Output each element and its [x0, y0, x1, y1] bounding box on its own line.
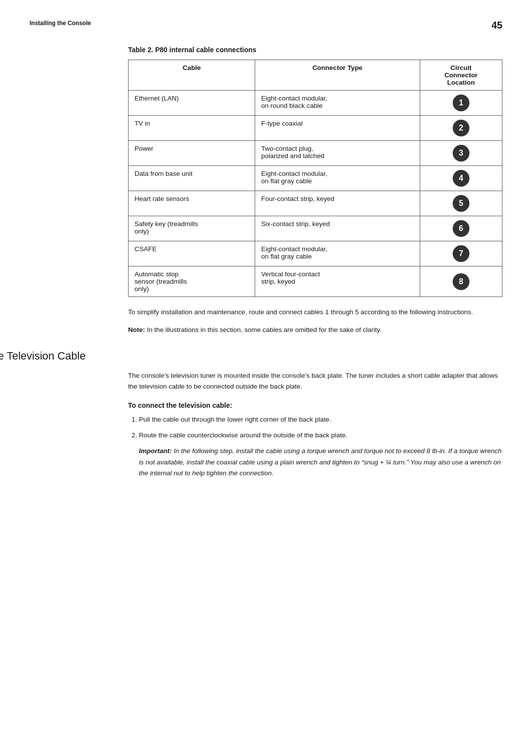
section-heading: Connecting the Television Cable [0, 350, 502, 362]
note-label: Note: [128, 326, 145, 333]
circuit-number-badge: 4 [453, 170, 469, 187]
cell-circuit-badge: 5 [420, 191, 502, 216]
circuit-number-badge: 2 [453, 120, 469, 136]
table-row: Heart rate sensorsFour-contact strip, ke… [129, 191, 502, 216]
cell-cable: Ethernet (LAN) [129, 91, 255, 116]
cell-circuit-badge: 7 [420, 241, 502, 266]
step-2: Route the cable counterclockwise around … [139, 430, 502, 479]
cell-cable: Safety key (treadmills only) [129, 216, 255, 241]
cell-cable: CSAFE [129, 241, 255, 266]
table-row: Safety key (treadmills only)Six-contact … [129, 216, 502, 241]
cell-circuit-badge: 3 [420, 141, 502, 166]
cell-circuit-badge: 8 [420, 266, 502, 297]
circuit-number-badge: 7 [453, 245, 469, 262]
note-text: Note: In the illustrations in this secti… [128, 325, 502, 335]
cell-connector-type: F-type coaxial [255, 116, 420, 141]
cable-table: Cable Connector Type CircuitConnectorLoc… [128, 60, 502, 297]
cell-connector-type: Six-contact strip, keyed [255, 216, 420, 241]
procedure-heading: To connect the television cable: [128, 401, 502, 409]
circuit-number-badge: 5 [453, 195, 469, 212]
table-row: CSAFEEight-contact modular, on flat gray… [129, 241, 502, 266]
important-body: In the following step, install the cable… [139, 447, 501, 477]
table-row: Ethernet (LAN)Eight-contact modular, on … [129, 91, 502, 116]
cell-cable: Data from base unit [129, 166, 255, 191]
col-header-connector-type: Connector Type [255, 60, 420, 91]
cell-circuit-badge: 6 [420, 216, 502, 241]
table-row: Automatic stop sensor (treadmills only)V… [129, 266, 502, 297]
circuit-number-badge: 8 [453, 273, 469, 290]
step-1: Pull the cable out through the lower rig… [139, 414, 502, 425]
paragraph1: To simplify installation and maintenance… [128, 307, 502, 318]
cell-cable: TV in [129, 116, 255, 141]
important-label: Important: [139, 447, 172, 455]
table-title: Table 2. P80 internal cable connections [128, 46, 502, 54]
important-note: Important: In the following step, instal… [139, 446, 502, 479]
cell-connector-type: Eight-contact modular, on flat gray cabl… [255, 166, 420, 191]
cell-circuit-badge: 1 [420, 91, 502, 116]
cell-circuit-badge: 4 [420, 166, 502, 191]
cell-connector-type: Two-contact plug, polarized and latched [255, 141, 420, 166]
cell-connector-type: Eight-contact modular, on flat gray cabl… [255, 241, 420, 266]
cell-circuit-badge: 2 [420, 116, 502, 141]
circuit-number-badge: 1 [453, 95, 469, 111]
cell-cable: Power [129, 141, 255, 166]
table-row: Data from base unitEight-contact modular… [129, 166, 502, 191]
procedure-list: Pull the cable out through the lower rig… [128, 414, 502, 479]
cell-connector-type: Four-contact strip, keyed [255, 191, 420, 216]
cell-cable: Heart rate sensors [129, 191, 255, 216]
cell-connector-type: Eight-contact modular, on round black ca… [255, 91, 420, 116]
circuit-number-badge: 3 [453, 145, 469, 162]
section-body: The console’s television tuner is mounte… [128, 370, 502, 393]
page-number: 45 [492, 20, 502, 31]
header-section-label: Installing the Console [30, 20, 91, 27]
cell-cable: Automatic stop sensor (treadmills only) [129, 266, 255, 297]
table-row: TV inF-type coaxial2 [129, 116, 502, 141]
note-body: In the illustrations in this section, so… [145, 326, 382, 333]
col-header-circuit-location: CircuitConnectorLocation [420, 60, 502, 91]
cell-connector-type: Vertical four-contact strip, keyed [255, 266, 420, 297]
col-header-cable: Cable [129, 60, 255, 91]
circuit-number-badge: 6 [453, 220, 469, 237]
step-2-text: Route the cable counterclockwise around … [139, 431, 347, 439]
table-row: PowerTwo-contact plug, polarized and lat… [129, 141, 502, 166]
